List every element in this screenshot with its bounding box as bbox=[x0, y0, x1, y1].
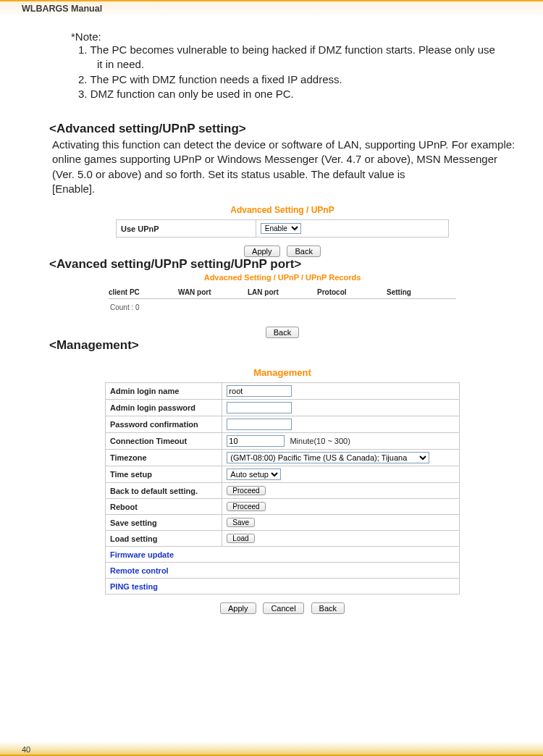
connection-timeout-input[interactable] bbox=[227, 435, 285, 447]
label-connection-timeout: Connection Timeout bbox=[106, 433, 222, 450]
admin-login-name-input[interactable] bbox=[227, 385, 292, 397]
page-number: 40 bbox=[22, 745, 30, 754]
col-protocol: Protocol bbox=[317, 288, 387, 296]
screenshot-upnp-setting: Advanced Setting / UPnP Use UPnP Enable … bbox=[116, 205, 449, 257]
cancel-button[interactable]: Cancel bbox=[263, 602, 303, 614]
time-setup-select[interactable]: Auto setup bbox=[227, 469, 281, 480]
label-load-setting: Load setting bbox=[106, 531, 222, 547]
upnp-row-label: Use UPnP bbox=[117, 220, 256, 238]
note-item-1: 1. The PC becomes vulnerable to being ha… bbox=[78, 43, 515, 72]
use-upnp-select[interactable]: Enable bbox=[261, 223, 301, 234]
doc-title: WLBARGS Manual bbox=[22, 4, 102, 14]
note-item-3: 3. DMZ function can only be used in one … bbox=[78, 87, 515, 101]
proceed-default-button[interactable]: Proceed bbox=[227, 486, 265, 495]
label-back-default: Back to default setting. bbox=[106, 483, 222, 499]
note-item-2: 2. The PC with DMZ function needs a fixe… bbox=[78, 72, 515, 87]
label-admin-login-password: Admin login password bbox=[106, 400, 222, 416]
col-wan-port: WAN port bbox=[178, 288, 248, 296]
col-setting: Setting bbox=[387, 288, 456, 296]
password-confirmation-input[interactable] bbox=[227, 419, 292, 430]
section-title-upnp-setting: <Advanced setting/UPnP setting> bbox=[49, 122, 515, 136]
save-button[interactable]: Save bbox=[227, 518, 255, 527]
link-ping-testing[interactable]: PING testing bbox=[106, 579, 460, 595]
proceed-reboot-button[interactable]: Proceed bbox=[227, 502, 265, 511]
label-time-setup: Time setup bbox=[106, 466, 222, 483]
label-reboot: Reboot bbox=[106, 499, 222, 515]
upnp-table: Use UPnP Enable bbox=[116, 219, 449, 238]
link-firmware-update[interactable]: Firmware update bbox=[106, 547, 460, 563]
section-title-upnp-port: <Avanced setting/UPnP setting/UPnP port> bbox=[49, 257, 515, 272]
records-header-row: client PC WAN port LAN port Protocol Set… bbox=[109, 286, 456, 299]
back-button[interactable]: Back bbox=[266, 327, 299, 338]
label-admin-login-name: Admin login name bbox=[106, 383, 222, 400]
footer-band bbox=[0, 742, 543, 756]
screenshot-title-upnp: Advanced Setting / UPnP bbox=[116, 205, 449, 215]
back-button[interactable]: Back bbox=[311, 602, 345, 614]
screenshot-management: Management Admin login name Admin login … bbox=[105, 367, 460, 614]
load-button[interactable]: Load bbox=[227, 534, 254, 543]
doc-header: WLBARGS Manual bbox=[0, 1, 543, 17]
records-count: Count : 0 bbox=[109, 299, 456, 319]
label-timezone: Timezone bbox=[106, 450, 222, 466]
screenshot-title-upnp-records: Advacned Setting / UPnP / UPnP Records bbox=[109, 273, 456, 282]
link-remote-control[interactable]: Remote control bbox=[106, 563, 460, 579]
management-table: Admin login name Admin login password Pa… bbox=[105, 382, 460, 595]
label-password-confirmation: Password confirmation bbox=[106, 416, 222, 433]
note-block: *Note: 1. The PC becomes vulnerable to b… bbox=[71, 30, 515, 101]
upnp-row-value-cell: Enable bbox=[256, 220, 448, 238]
note-title: *Note: bbox=[71, 30, 515, 43]
screenshot-upnp-records: Advacned Setting / UPnP / UPnP Records c… bbox=[109, 273, 456, 338]
timezone-select[interactable]: (GMT-08:00) Pacific Time (US & Canada); … bbox=[227, 452, 429, 463]
label-save-setting: Save setting bbox=[106, 515, 222, 531]
screenshot-title-management: Management bbox=[105, 367, 460, 378]
col-client-pc: client PC bbox=[109, 288, 178, 296]
admin-login-password-input[interactable] bbox=[227, 402, 292, 413]
apply-button[interactable]: Apply bbox=[220, 602, 256, 614]
col-lan-port: LAN port bbox=[248, 288, 317, 296]
section-body-upnp-setting: Activating this function can detect the … bbox=[52, 138, 515, 196]
back-button[interactable]: Back bbox=[287, 245, 320, 257]
connection-timeout-hint: Minute(10 ~ 300) bbox=[290, 437, 350, 445]
apply-button[interactable]: Apply bbox=[244, 245, 280, 257]
section-title-management: <Management> bbox=[49, 338, 515, 353]
